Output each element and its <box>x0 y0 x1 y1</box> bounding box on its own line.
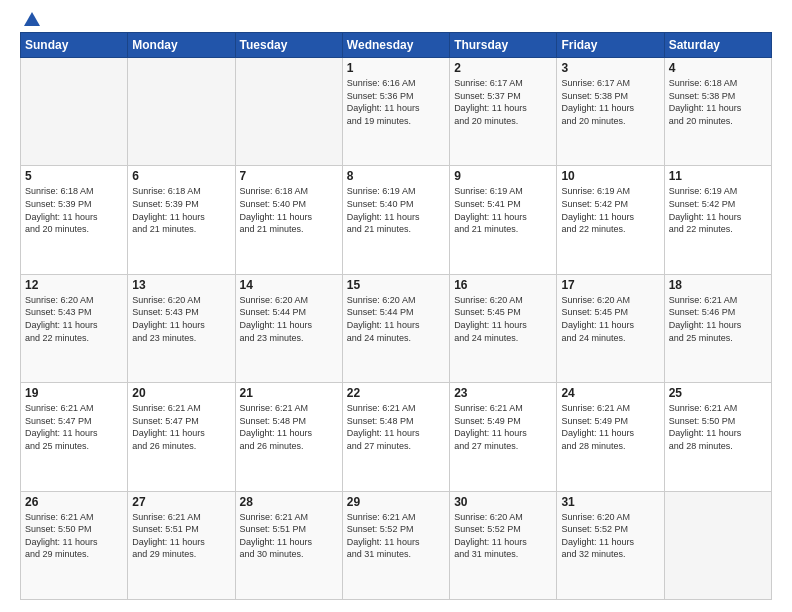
day-number: 30 <box>454 495 552 509</box>
day-info: Sunrise: 6:20 AM Sunset: 5:52 PM Dayligh… <box>561 511 659 561</box>
day-number: 16 <box>454 278 552 292</box>
calendar-cell: 23Sunrise: 6:21 AM Sunset: 5:49 PM Dayli… <box>450 383 557 491</box>
day-info: Sunrise: 6:21 AM Sunset: 5:50 PM Dayligh… <box>669 402 767 452</box>
day-number: 25 <box>669 386 767 400</box>
day-number: 29 <box>347 495 445 509</box>
logo-icon <box>22 8 42 28</box>
day-number: 9 <box>454 169 552 183</box>
day-number: 18 <box>669 278 767 292</box>
day-info: Sunrise: 6:18 AM Sunset: 5:39 PM Dayligh… <box>25 185 123 235</box>
day-number: 14 <box>240 278 338 292</box>
day-number: 27 <box>132 495 230 509</box>
calendar-cell: 17Sunrise: 6:20 AM Sunset: 5:45 PM Dayli… <box>557 274 664 382</box>
day-number: 10 <box>561 169 659 183</box>
calendar-cell: 3Sunrise: 6:17 AM Sunset: 5:38 PM Daylig… <box>557 58 664 166</box>
calendar-cell: 14Sunrise: 6:20 AM Sunset: 5:44 PM Dayli… <box>235 274 342 382</box>
calendar-cell: 27Sunrise: 6:21 AM Sunset: 5:51 PM Dayli… <box>128 491 235 599</box>
calendar-cell: 24Sunrise: 6:21 AM Sunset: 5:49 PM Dayli… <box>557 383 664 491</box>
calendar-cell: 18Sunrise: 6:21 AM Sunset: 5:46 PM Dayli… <box>664 274 771 382</box>
day-info: Sunrise: 6:21 AM Sunset: 5:49 PM Dayligh… <box>454 402 552 452</box>
day-number: 1 <box>347 61 445 75</box>
day-info: Sunrise: 6:19 AM Sunset: 5:40 PM Dayligh… <box>347 185 445 235</box>
day-info: Sunrise: 6:20 AM Sunset: 5:44 PM Dayligh… <box>347 294 445 344</box>
day-info: Sunrise: 6:20 AM Sunset: 5:44 PM Dayligh… <box>240 294 338 344</box>
calendar-cell: 10Sunrise: 6:19 AM Sunset: 5:42 PM Dayli… <box>557 166 664 274</box>
day-number: 28 <box>240 495 338 509</box>
day-info: Sunrise: 6:18 AM Sunset: 5:39 PM Dayligh… <box>132 185 230 235</box>
calendar-cell: 31Sunrise: 6:20 AM Sunset: 5:52 PM Dayli… <box>557 491 664 599</box>
calendar-cell: 7Sunrise: 6:18 AM Sunset: 5:40 PM Daylig… <box>235 166 342 274</box>
calendar-cell: 5Sunrise: 6:18 AM Sunset: 5:39 PM Daylig… <box>21 166 128 274</box>
day-header-thursday: Thursday <box>450 33 557 58</box>
day-number: 21 <box>240 386 338 400</box>
day-info: Sunrise: 6:19 AM Sunset: 5:42 PM Dayligh… <box>669 185 767 235</box>
day-number: 5 <box>25 169 123 183</box>
day-number: 2 <box>454 61 552 75</box>
day-info: Sunrise: 6:20 AM Sunset: 5:52 PM Dayligh… <box>454 511 552 561</box>
day-number: 12 <box>25 278 123 292</box>
day-info: Sunrise: 6:21 AM Sunset: 5:51 PM Dayligh… <box>240 511 338 561</box>
day-header-sunday: Sunday <box>21 33 128 58</box>
calendar-week-row: 19Sunrise: 6:21 AM Sunset: 5:47 PM Dayli… <box>21 383 772 491</box>
day-info: Sunrise: 6:21 AM Sunset: 5:47 PM Dayligh… <box>132 402 230 452</box>
calendar-cell: 29Sunrise: 6:21 AM Sunset: 5:52 PM Dayli… <box>342 491 449 599</box>
day-number: 31 <box>561 495 659 509</box>
calendar-header-row: SundayMondayTuesdayWednesdayThursdayFrid… <box>21 33 772 58</box>
day-number: 4 <box>669 61 767 75</box>
day-number: 15 <box>347 278 445 292</box>
day-info: Sunrise: 6:20 AM Sunset: 5:43 PM Dayligh… <box>132 294 230 344</box>
calendar-cell: 1Sunrise: 6:16 AM Sunset: 5:36 PM Daylig… <box>342 58 449 166</box>
calendar-cell <box>235 58 342 166</box>
day-info: Sunrise: 6:19 AM Sunset: 5:42 PM Dayligh… <box>561 185 659 235</box>
calendar-cell: 26Sunrise: 6:21 AM Sunset: 5:50 PM Dayli… <box>21 491 128 599</box>
logo <box>20 16 42 22</box>
day-number: 7 <box>240 169 338 183</box>
calendar-cell: 22Sunrise: 6:21 AM Sunset: 5:48 PM Dayli… <box>342 383 449 491</box>
calendar-cell: 8Sunrise: 6:19 AM Sunset: 5:40 PM Daylig… <box>342 166 449 274</box>
page: SundayMondayTuesdayWednesdayThursdayFrid… <box>0 0 792 612</box>
day-info: Sunrise: 6:16 AM Sunset: 5:36 PM Dayligh… <box>347 77 445 127</box>
calendar-cell: 16Sunrise: 6:20 AM Sunset: 5:45 PM Dayli… <box>450 274 557 382</box>
day-info: Sunrise: 6:18 AM Sunset: 5:40 PM Dayligh… <box>240 185 338 235</box>
calendar-cell: 25Sunrise: 6:21 AM Sunset: 5:50 PM Dayli… <box>664 383 771 491</box>
calendar-cell <box>128 58 235 166</box>
calendar-week-row: 26Sunrise: 6:21 AM Sunset: 5:50 PM Dayli… <box>21 491 772 599</box>
day-number: 22 <box>347 386 445 400</box>
day-number: 3 <box>561 61 659 75</box>
day-info: Sunrise: 6:20 AM Sunset: 5:43 PM Dayligh… <box>25 294 123 344</box>
day-number: 13 <box>132 278 230 292</box>
day-info: Sunrise: 6:21 AM Sunset: 5:48 PM Dayligh… <box>347 402 445 452</box>
calendar-cell: 2Sunrise: 6:17 AM Sunset: 5:37 PM Daylig… <box>450 58 557 166</box>
day-info: Sunrise: 6:21 AM Sunset: 5:49 PM Dayligh… <box>561 402 659 452</box>
calendar-cell: 28Sunrise: 6:21 AM Sunset: 5:51 PM Dayli… <box>235 491 342 599</box>
calendar-cell: 13Sunrise: 6:20 AM Sunset: 5:43 PM Dayli… <box>128 274 235 382</box>
day-header-monday: Monday <box>128 33 235 58</box>
calendar-week-row: 1Sunrise: 6:16 AM Sunset: 5:36 PM Daylig… <box>21 58 772 166</box>
calendar-cell <box>664 491 771 599</box>
calendar-week-row: 5Sunrise: 6:18 AM Sunset: 5:39 PM Daylig… <box>21 166 772 274</box>
day-number: 19 <box>25 386 123 400</box>
day-info: Sunrise: 6:20 AM Sunset: 5:45 PM Dayligh… <box>454 294 552 344</box>
calendar-cell: 19Sunrise: 6:21 AM Sunset: 5:47 PM Dayli… <box>21 383 128 491</box>
day-header-wednesday: Wednesday <box>342 33 449 58</box>
calendar-cell: 15Sunrise: 6:20 AM Sunset: 5:44 PM Dayli… <box>342 274 449 382</box>
day-info: Sunrise: 6:21 AM Sunset: 5:48 PM Dayligh… <box>240 402 338 452</box>
calendar-week-row: 12Sunrise: 6:20 AM Sunset: 5:43 PM Dayli… <box>21 274 772 382</box>
calendar-cell: 11Sunrise: 6:19 AM Sunset: 5:42 PM Dayli… <box>664 166 771 274</box>
day-info: Sunrise: 6:19 AM Sunset: 5:41 PM Dayligh… <box>454 185 552 235</box>
day-number: 23 <box>454 386 552 400</box>
day-number: 17 <box>561 278 659 292</box>
calendar-cell: 12Sunrise: 6:20 AM Sunset: 5:43 PM Dayli… <box>21 274 128 382</box>
calendar-cell: 30Sunrise: 6:20 AM Sunset: 5:52 PM Dayli… <box>450 491 557 599</box>
calendar-table: SundayMondayTuesdayWednesdayThursdayFrid… <box>20 32 772 600</box>
calendar-cell: 21Sunrise: 6:21 AM Sunset: 5:48 PM Dayli… <box>235 383 342 491</box>
header <box>20 16 772 22</box>
calendar-cell <box>21 58 128 166</box>
day-info: Sunrise: 6:21 AM Sunset: 5:47 PM Dayligh… <box>25 402 123 452</box>
day-header-saturday: Saturday <box>664 33 771 58</box>
day-number: 8 <box>347 169 445 183</box>
day-info: Sunrise: 6:17 AM Sunset: 5:37 PM Dayligh… <box>454 77 552 127</box>
day-info: Sunrise: 6:18 AM Sunset: 5:38 PM Dayligh… <box>669 77 767 127</box>
calendar-cell: 20Sunrise: 6:21 AM Sunset: 5:47 PM Dayli… <box>128 383 235 491</box>
calendar-cell: 9Sunrise: 6:19 AM Sunset: 5:41 PM Daylig… <box>450 166 557 274</box>
